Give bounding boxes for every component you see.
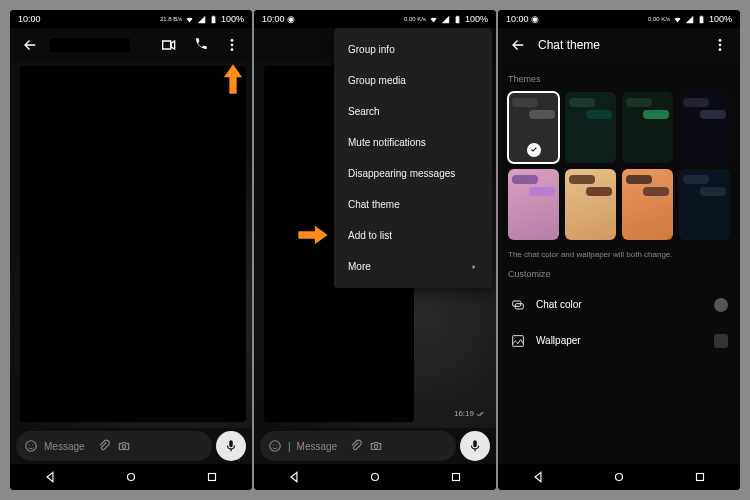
message-input[interactable]: Message — [16, 431, 212, 461]
read-receipt-icon — [476, 410, 486, 418]
theme-settings-body: Themes The chat color and wallpaper will… — [498, 62, 740, 464]
theme-tile-2[interactable] — [622, 92, 673, 163]
more-vert-icon — [224, 37, 240, 53]
status-bar: 10:00 ◉ 0.00 K/s 100% — [498, 10, 740, 28]
wallpaper-row[interactable]: Wallpaper — [508, 323, 730, 359]
menu-item-mute-notifications[interactable]: Mute notifications — [334, 127, 492, 158]
battery-icon — [453, 15, 462, 24]
nav-recent-icon[interactable] — [205, 470, 219, 484]
emoji-icon[interactable] — [268, 439, 282, 453]
customize-section-label: Customize — [508, 269, 730, 279]
theme-grid — [508, 92, 730, 240]
wallpaper-label: Wallpaper — [536, 335, 581, 346]
nav-home-icon[interactable] — [124, 470, 138, 484]
svg-point-20 — [719, 48, 722, 51]
status-bar: 10:00 21.8 B/s 100% — [10, 10, 252, 28]
camera-icon[interactable] — [117, 439, 131, 453]
svg-rect-25 — [696, 474, 703, 481]
chat-messages-area[interactable] — [10, 62, 252, 428]
battery-pct: 100% — [465, 14, 488, 24]
redacted-messages — [20, 66, 246, 422]
page-title: Chat theme — [538, 38, 600, 52]
nav-home-icon[interactable] — [612, 470, 626, 484]
chevron-right-icon — [470, 263, 478, 271]
svg-point-2 — [231, 48, 234, 51]
voice-call-button[interactable] — [188, 33, 212, 57]
nav-recent-icon[interactable] — [449, 470, 463, 484]
theme-tile-1[interactable] — [565, 92, 616, 163]
theme-tile-0[interactable] — [508, 92, 559, 163]
menu-item-group-info[interactable]: Group info — [334, 34, 492, 65]
menu-item-search[interactable]: Search — [334, 96, 492, 127]
voice-message-button[interactable] — [216, 431, 246, 461]
nav-recent-icon[interactable] — [693, 470, 707, 484]
nav-back-icon[interactable] — [287, 470, 301, 484]
signal-icon — [441, 15, 450, 24]
wifi-icon — [673, 15, 682, 24]
svg-point-15 — [374, 445, 378, 449]
more-options-button[interactable] — [708, 33, 732, 57]
message-input-bar: Message — [10, 428, 252, 464]
signal-icon — [197, 15, 206, 24]
theme-tile-5[interactable] — [565, 169, 616, 240]
android-nav-bar — [254, 464, 496, 490]
video-icon — [160, 37, 176, 53]
wifi-icon — [185, 15, 194, 24]
net-speed: 0.00 K/s — [648, 16, 670, 22]
camera-icon[interactable] — [369, 439, 383, 453]
theme-tile-6[interactable] — [622, 169, 673, 240]
svg-point-18 — [719, 39, 722, 42]
chat-color-row[interactable]: Chat color — [508, 287, 730, 323]
theme-hint: The chat color and wallpaper will both c… — [508, 250, 730, 259]
attach-icon[interactable] — [349, 439, 363, 453]
android-nav-bar — [498, 464, 740, 490]
back-button[interactable] — [506, 33, 530, 57]
message-placeholder: Message — [297, 441, 338, 452]
theme-tile-3[interactable] — [679, 92, 730, 163]
chat-color-icon — [510, 297, 526, 313]
net-speed: 21.8 B/s — [160, 16, 182, 22]
tutorial-arrow-up — [222, 62, 244, 96]
chat-color-swatch — [714, 298, 728, 312]
svg-point-6 — [122, 445, 126, 449]
menu-item-more[interactable]: More — [334, 251, 492, 282]
check-icon — [527, 143, 541, 157]
svg-point-0 — [231, 39, 234, 42]
back-button[interactable] — [18, 33, 42, 57]
status-bar: 10:00 ◉ 0.00 K/s 100% — [254, 10, 496, 28]
wallpaper-swatch — [714, 334, 728, 348]
svg-point-16 — [371, 474, 378, 481]
theme-tile-4[interactable] — [508, 169, 559, 240]
battery-pct: 100% — [221, 14, 244, 24]
message-input-bar: |Message — [254, 428, 496, 464]
contact-name-redacted[interactable] — [50, 38, 130, 52]
attach-icon[interactable] — [97, 439, 111, 453]
battery-pct: 100% — [709, 14, 732, 24]
svg-point-19 — [719, 44, 722, 47]
screen-2-menu: 10:00 ◉ 0.00 K/s 100% 16: — [254, 10, 496, 490]
back-arrow-icon — [22, 37, 38, 53]
mic-icon — [224, 439, 238, 453]
menu-item-add-to-list[interactable]: Add to list — [334, 220, 492, 251]
wallpaper-icon — [510, 333, 526, 349]
nav-back-icon[interactable] — [531, 470, 545, 484]
more-options-button[interactable] — [220, 33, 244, 57]
message-input[interactable]: |Message — [260, 431, 456, 461]
svg-point-5 — [32, 444, 33, 445]
svg-rect-8 — [208, 474, 215, 481]
theme-tile-7[interactable] — [679, 169, 730, 240]
video-call-button[interactable] — [156, 33, 180, 57]
menu-item-group-media[interactable]: Group media — [334, 65, 492, 96]
battery-icon — [697, 15, 706, 24]
nav-back-icon[interactable] — [43, 470, 57, 484]
menu-item-disappearing-messages[interactable]: Disappearing messages — [334, 158, 492, 189]
svg-point-1 — [231, 44, 234, 47]
voice-message-button[interactable] — [460, 431, 490, 461]
emoji-icon[interactable] — [24, 439, 38, 453]
message-placeholder: Message — [44, 441, 85, 452]
svg-point-24 — [615, 474, 622, 481]
menu-item-chat-theme[interactable]: Chat theme — [334, 189, 492, 220]
svg-point-14 — [276, 444, 277, 445]
overflow-menu: Group infoGroup mediaSearchMute notifica… — [334, 28, 492, 288]
nav-home-icon[interactable] — [368, 470, 382, 484]
